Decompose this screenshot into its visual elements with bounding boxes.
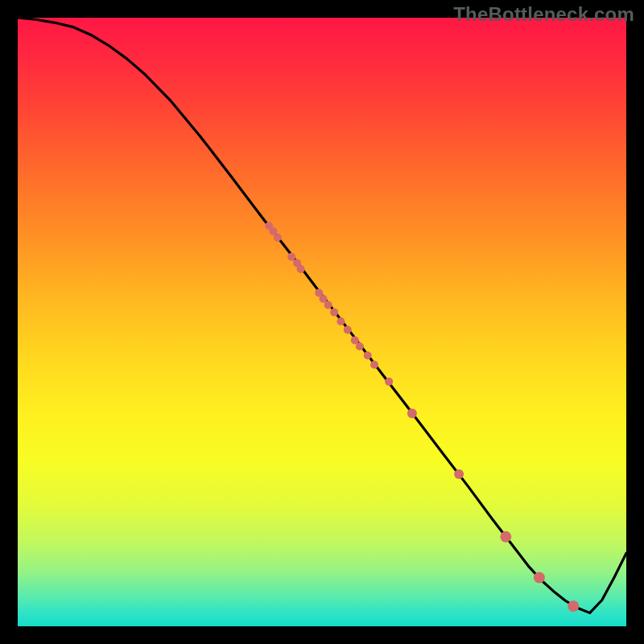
marker-point [344,326,352,334]
marker-point [534,572,545,584]
marker-point [356,342,364,350]
watermark-text: TheBottleneck.com [453,3,634,26]
chart-stage: TheBottleneck.com [0,0,644,644]
marker-point [568,601,579,612]
gradient-background [18,18,626,626]
marker-point [454,469,464,479]
marker-point [330,308,338,316]
marker-point [287,253,295,261]
marker-point [364,352,372,360]
plot-area [18,18,626,626]
marker-point [385,378,393,386]
marker-point [370,361,378,369]
marker-point [274,233,282,242]
marker-point [324,301,332,309]
marker-point [336,317,345,325]
chart-svg [18,18,626,626]
marker-point [407,408,417,418]
marker-point [297,265,305,273]
marker-point [500,531,511,543]
